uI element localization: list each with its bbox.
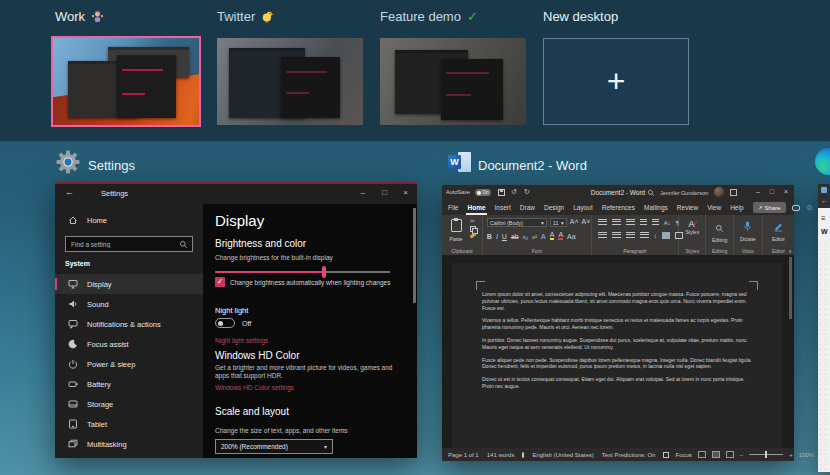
sidebar-item-storage[interactable]: Storage <box>55 394 203 414</box>
sidebar-item-tablet[interactable]: Tablet <box>55 414 203 434</box>
cut-icon[interactable]: ✂ <box>470 218 476 224</box>
user-avatar[interactable] <box>714 187 724 197</box>
word-count[interactable]: 141 words <box>487 452 515 458</box>
document-page[interactable]: Lorem ipsum dolor sit amet, consectetuer… <box>452 263 782 448</box>
tab-home[interactable]: Home <box>467 204 485 211</box>
collapse-ribbon-icon[interactable]: ∧ <box>788 248 792 254</box>
maximize-button[interactable]: □ <box>382 188 387 197</box>
back-icon[interactable]: ← <box>821 197 828 204</box>
scrollbar-thumb[interactable] <box>413 208 416 303</box>
editing-button[interactable]: Editing <box>706 219 732 243</box>
minimize-button[interactable]: – <box>756 188 760 195</box>
desktop-thumbnail-feature-demo[interactable] <box>380 38 526 125</box>
proofing-icon[interactable] <box>522 452 524 458</box>
share-button[interactable]: ↗ Share <box>753 202 786 213</box>
desktop-thumbnail-twitter[interactable] <box>217 38 363 125</box>
tab-help[interactable]: Help <box>730 204 743 211</box>
zoom-level[interactable]: 100% <box>799 452 814 458</box>
sidebar-item-power-sleep[interactable]: Power & sleep <box>55 354 203 374</box>
multilevel-list-icon[interactable] <box>626 219 635 226</box>
decrease-indent-icon[interactable] <box>640 219 647 226</box>
align-center-icon[interactable] <box>612 232 621 239</box>
tab-draw[interactable]: Draw <box>520 204 535 211</box>
bullet-list-icon[interactable] <box>598 219 607 226</box>
zoom-out-button[interactable]: − <box>740 452 744 458</box>
settings-window[interactable]: ← Settings – □ × Home System <box>55 182 417 458</box>
numbered-list-icon[interactable] <box>612 219 621 226</box>
tab-design[interactable]: Design <box>544 204 564 211</box>
shrink-font-icon[interactable]: A˅ <box>582 218 591 227</box>
zoom-slider[interactable] <box>749 451 783 458</box>
grow-font-icon[interactable]: A˄ <box>570 218 579 227</box>
format-painter-icon[interactable] <box>470 233 477 239</box>
close-button[interactable]: × <box>784 188 788 195</box>
shading-icon[interactable] <box>662 232 670 239</box>
focus-button[interactable]: Focus <box>675 452 691 458</box>
read-mode-icon[interactable] <box>698 451 706 458</box>
copy-icon[interactable] <box>470 226 476 232</box>
user-name[interactable]: Jennifer Gunderson <box>660 190 708 196</box>
redo-icon[interactable]: ↻ <box>524 188 530 196</box>
settings-scrollbar[interactable] <box>413 208 416 454</box>
language-indicator[interactable]: English (United States) <box>532 452 593 458</box>
ribbon-options-icon[interactable] <box>730 189 737 196</box>
sidebar-item-home[interactable]: Home <box>55 210 203 230</box>
tab-references[interactable]: References <box>602 204 635 211</box>
subscript-button[interactable]: x₂ <box>523 234 528 240</box>
tab-mailings[interactable]: Mailings <box>644 204 668 211</box>
back-button[interactable]: ← <box>65 187 74 197</box>
editor-button[interactable]: Editor <box>763 218 794 242</box>
new-desktop-tile[interactable]: + <box>543 38 689 125</box>
highlight-color-button[interactable]: A <box>550 231 555 240</box>
undo-icon[interactable]: ↺ <box>511 188 517 196</box>
justify-icon[interactable] <box>640 232 649 239</box>
sort-icon[interactable]: A↓ <box>664 220 671 226</box>
desktop-label-twitter[interactable]: Twitter <box>217 9 274 24</box>
change-case-button[interactable]: Aa <box>567 233 576 240</box>
close-button[interactable]: × <box>403 188 408 197</box>
night-light-settings-link[interactable]: Night light settings <box>215 337 268 344</box>
sidebar-item-focus-assist[interactable]: Focus assist <box>55 334 203 354</box>
paste-button[interactable]: Paste <box>447 218 465 242</box>
font-name-dropdown[interactable]: Calibri (Body)▾ <box>487 218 547 227</box>
feedback-smiley-icon[interactable]: ☺ <box>806 204 814 212</box>
desktop-label-work[interactable]: Work <box>55 9 104 24</box>
text-predictions-indicator[interactable]: Text Predictions: On <box>602 452 656 458</box>
text-effects-button[interactable]: A <box>541 233 546 240</box>
toggle-off[interactable] <box>215 318 235 328</box>
increase-indent-icon[interactable] <box>652 219 659 226</box>
desktop-label-feature-demo[interactable]: Feature demo ✓ <box>380 9 478 24</box>
partial-browser-window[interactable]: ← ≡ W <box>818 184 830 472</box>
maximize-button[interactable]: □ <box>770 188 774 195</box>
word-window[interactable]: AutoSave On ↺ ↻ Document2 - Word Jennife… <box>442 185 794 461</box>
desktop-thumbnail-work[interactable] <box>51 36 201 127</box>
minimize-button[interactable]: – <box>361 188 365 197</box>
strikethrough-button[interactable]: ab <box>511 233 519 240</box>
comments-icon[interactable] <box>792 205 800 211</box>
sidebar-item-battery[interactable]: Battery <box>55 374 203 394</box>
align-right-icon[interactable] <box>626 232 635 239</box>
autosave-toggle[interactable]: On <box>475 189 491 196</box>
document-scrollbar[interactable] <box>789 257 792 446</box>
web-layout-icon[interactable] <box>726 451 734 458</box>
search-icon[interactable] <box>647 189 655 197</box>
sidebar-item-notifications[interactable]: Notifications & actions <box>55 314 203 334</box>
bold-button[interactable]: B <box>487 233 492 240</box>
tab-view[interactable]: View <box>707 204 721 211</box>
print-layout-icon[interactable] <box>712 451 720 458</box>
sidebar-item-sound[interactable]: Sound <box>55 294 203 314</box>
styles-button[interactable]: A∕ Styles <box>679 219 705 235</box>
checkbox-checked[interactable]: ✓ <box>215 277 225 287</box>
tab-review[interactable]: Review <box>677 204 698 211</box>
align-left-icon[interactable] <box>598 232 607 239</box>
sidebar-item-multitasking[interactable]: Multitasking <box>55 434 203 454</box>
zoom-in-button[interactable]: + <box>789 452 793 458</box>
font-size-dropdown[interactable]: 11▾ <box>550 218 567 227</box>
zoom-thumb[interactable] <box>765 451 767 458</box>
italic-button[interactable]: I <box>496 233 498 240</box>
hamburger-menu-icon[interactable]: ≡ <box>821 214 826 223</box>
underline-button[interactable]: U <box>502 233 507 240</box>
tab-file[interactable]: File <box>448 204 458 211</box>
tab-insert[interactable]: Insert <box>495 204 511 211</box>
scrollbar-thumb[interactable] <box>789 257 792 319</box>
